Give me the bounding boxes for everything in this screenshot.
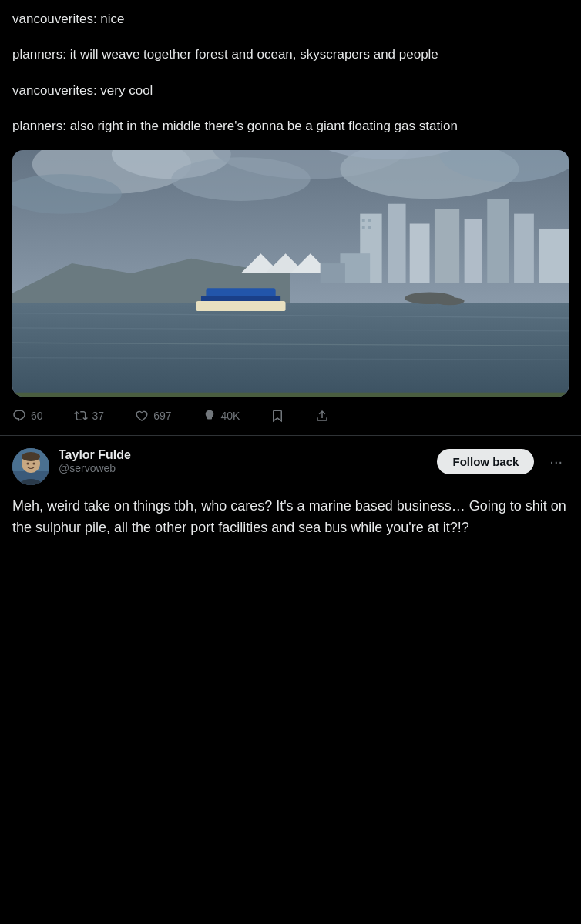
bookmark-icon [270,409,284,423]
user-info: Taylor Fulde @servoweb [59,448,131,474]
heart-icon [135,409,149,423]
share-action[interactable] [315,409,329,423]
retweet-action[interactable]: 37 [74,409,105,423]
tweet-text-line-1: vancouverites: nice [12,0,569,35]
retweet-icon [74,409,88,423]
bookmark-action[interactable] [270,409,284,423]
avatar-image [12,448,49,485]
follow-back-button[interactable]: Follow back [437,449,534,474]
svg-point-39 [435,297,465,305]
views-icon [203,409,217,423]
share-icon [315,409,329,423]
avatar[interactable] [12,448,49,485]
username: @servoweb [59,462,131,474]
svg-point-46 [33,463,35,465]
svg-rect-22 [321,263,345,283]
comment-icon [12,409,26,423]
svg-point-44 [22,452,40,461]
tweet-image[interactable] [12,150,569,397]
svg-rect-14 [388,204,405,283]
svg-rect-15 [410,224,430,283]
display-name: Taylor Fulde [59,448,131,462]
svg-rect-24 [368,219,371,222]
svg-rect-26 [368,226,371,229]
svg-rect-23 [362,219,365,222]
like-count: 697 [153,410,171,422]
views-count: 40K [221,410,240,422]
svg-point-7 [171,158,310,202]
svg-rect-18 [487,199,509,284]
svg-rect-19 [514,214,534,283]
svg-rect-17 [465,219,482,283]
header-actions: Follow back ··· [437,449,569,474]
svg-rect-16 [435,209,459,284]
more-options-button[interactable]: ··· [543,450,569,474]
comment-action[interactable]: 60 [12,409,43,423]
svg-rect-20 [539,229,569,283]
tweet-body: vancouverites: nice planners: it will we… [0,0,581,435]
like-action[interactable]: 697 [135,409,171,423]
svg-rect-25 [362,226,365,229]
views-action[interactable]: 40K [203,409,240,423]
comment-count: 60 [31,410,43,422]
tweet-text-line-2: planners: it will weave together forest … [12,35,569,71]
svg-point-45 [27,463,29,465]
retweet-count: 37 [92,410,105,422]
reply-container: Taylor Fulde @servoweb Follow back ··· [0,436,581,485]
svg-rect-34 [196,301,286,311]
tweet-actions: 60 37 697 40K [12,406,569,435]
tweet-text-line-4: planners: also right in the middle there… [12,107,569,142]
reply-header: Taylor Fulde @servoweb Follow back ··· [59,448,569,474]
svg-rect-36 [12,393,569,397]
tweet-text-line-3: vancouverites: very cool [12,72,569,107]
reply-text: Meh, weird take on things tbh, who cares… [0,485,581,551]
